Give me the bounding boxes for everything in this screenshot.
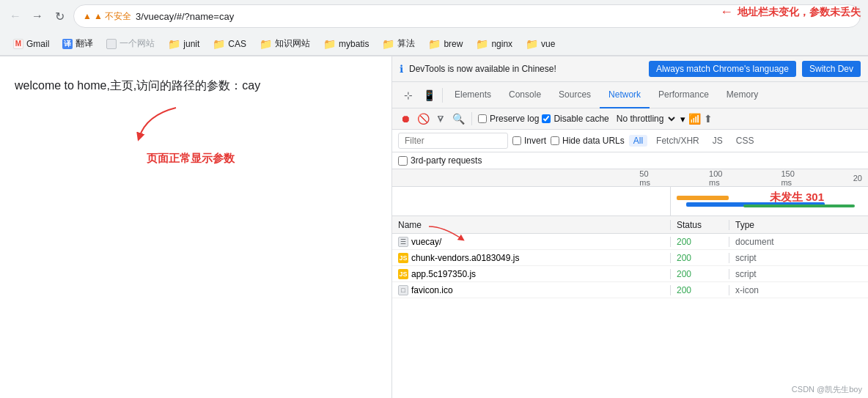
throttle-dropdown-icon: ▾ [680, 114, 685, 125]
row-status-vuecay: 200 [671, 237, 729, 247]
mobile-icon[interactable]: 📱 [422, 88, 436, 103]
row-filename-favicon: favicon.ico [411, 285, 453, 295]
filter-input[interactable] [398, 133, 508, 149]
row-status-favicon: 200 [671, 285, 729, 295]
filter-fetch-xhr-button[interactable]: Fetch/XHR [652, 135, 704, 147]
forward-button[interactable]: → [29, 8, 45, 24]
preserve-log-checkbox[interactable]: Preserve log [478, 114, 539, 124]
tab-performance[interactable]: Performance [650, 82, 718, 108]
hide-data-urls-input[interactable] [551, 136, 559, 145]
folder-icon-knowledge: 📁 [260, 38, 272, 50]
cursor-icon[interactable]: ⊹ [401, 88, 416, 103]
third-party-input[interactable] [398, 156, 408, 166]
folder-icon-cas: 📁 [213, 38, 225, 50]
bookmark-algorithm[interactable]: 📁 算法 [376, 35, 421, 52]
main-page-text: welcome to home,主页,访问的路径的参数：cay [15, 78, 377, 94]
bookmark-knowledge-label: 知识网站 [275, 37, 310, 50]
row-status-chunk: 200 [671, 253, 729, 263]
bookmark-translate-label: 翻译 [76, 37, 93, 50]
folder-icon-vue: 📁 [526, 38, 538, 50]
address-annotation: ← 地址栏未变化，参数未丢失 [720, 4, 861, 20]
filter-all-button[interactable]: All [629, 135, 647, 147]
row-type-app: script [729, 269, 868, 279]
table-header-type: Type [729, 220, 868, 230]
tab-console-label: Console [509, 89, 541, 100]
preserve-log-input[interactable] [478, 114, 487, 123]
table-row[interactable]: JS chunk-vendors.a0183049.js 200 script [392, 250, 868, 266]
bookmark-site[interactable]: 一个网站 [100, 35, 161, 52]
throttle-select[interactable]: No throttling [612, 111, 677, 126]
hide-data-urls-checkbox[interactable]: Hide data URLs [551, 136, 625, 146]
tab-console[interactable]: Console [500, 82, 550, 108]
filter-js-button[interactable]: JS [708, 135, 727, 147]
refresh-button[interactable]: ↻ [51, 8, 67, 24]
stop-button[interactable]: 🚫 [416, 111, 430, 126]
bookmark-cas[interactable]: 📁 CAS [207, 36, 252, 52]
watermark: CSDN @凯先生boy [792, 384, 862, 395]
folder-icon-junit: 📁 [168, 38, 180, 50]
bookmark-junit[interactable]: 📁 junit [162, 36, 205, 52]
security-warning: ▲ ▲ 不安全 [83, 10, 131, 23]
bookmarks-bar: M Gmail 译 翻译 一个网站 📁 junit 📁 CAS 📁 知识网站 📁… [0, 32, 868, 56]
devtools-tabs: ⊹ 📱 Elements Console Sources Network Per… [392, 82, 868, 108]
js-icon-app: JS [398, 269, 408, 279]
timeline-left [392, 187, 671, 215]
tab-memory-label: Memory [727, 89, 758, 100]
table-row[interactable]: ☰ vuecay/ 200 document [392, 234, 868, 250]
tab-memory[interactable]: Memory [718, 82, 767, 108]
third-party-bar: 3rd-party requests [392, 152, 868, 169]
bookmark-knowledge[interactable]: 📁 知识网站 [254, 35, 316, 52]
disable-cache-checkbox[interactable]: Disable cache [542, 114, 608, 124]
bookmark-vue[interactable]: 📁 vue [520, 36, 561, 52]
tab-elements-label: Elements [455, 89, 491, 100]
bookmark-vue-label: vue [541, 39, 555, 49]
ico-icon: □ [398, 285, 408, 295]
disable-cache-label: Disable cache [553, 114, 608, 124]
match-language-button[interactable]: Always match Chrome's language [649, 61, 796, 77]
tab-sources[interactable]: Sources [550, 82, 600, 108]
row-filename-chunk: chunk-vendors.a0183049.js [411, 253, 519, 263]
annotation-arrow-icon: ← [720, 4, 733, 20]
timeline-label-100: 100 ms [709, 169, 722, 187]
warning-icon: ▲ [83, 11, 92, 21]
timeline-label-150: 150 ms [781, 169, 794, 187]
infobar-text: DevTools is now available in Chinese! [409, 64, 643, 74]
record-button[interactable]: ⏺ [398, 111, 413, 126]
no-301-annotation: 未发生 301 [770, 191, 824, 204]
row-type-vuecay: document [729, 237, 868, 247]
filter-css-button[interactable]: CSS [732, 135, 759, 147]
toolbar-separator-1 [471, 112, 472, 125]
filter-bar: Invert Hide data URLs All Fetch/XHR JS C… [392, 130, 868, 152]
preserve-log-label: Preserve log [490, 114, 539, 124]
third-party-label: 3rd-party requests [411, 155, 482, 166]
bookmark-brew[interactable]: 📁 brew [422, 36, 468, 52]
bookmark-mybatis[interactable]: 📁 mybatis [317, 36, 375, 52]
bookmark-mybatis-label: mybatis [339, 39, 369, 49]
row-name-chunk-vendors: JS chunk-vendors.a0183049.js [392, 253, 671, 263]
translate-icon: 译 [62, 39, 73, 49]
devtools-infobar: ℹ DevTools is now available in Chinese! … [392, 56, 868, 82]
folder-icon-mybatis: 📁 [323, 38, 336, 50]
invert-input[interactable] [512, 136, 521, 145]
bookmark-gmail[interactable]: M Gmail [7, 37, 55, 51]
back-button[interactable]: ← [7, 8, 23, 24]
table-row[interactable]: JS app.5c197350.js 200 script [392, 266, 868, 282]
page-annotation [132, 100, 191, 147]
disable-cache-input[interactable] [542, 114, 551, 123]
third-party-checkbox[interactable]: 3rd-party requests [398, 155, 482, 166]
tab-elements[interactable]: Elements [446, 82, 500, 108]
filter-button[interactable]: ⛛ [433, 111, 448, 126]
switch-dev-button[interactable]: Switch Dev [802, 61, 861, 77]
bookmark-nginx[interactable]: 📁 nginx [470, 36, 518, 52]
row-status-app: 200 [671, 269, 729, 279]
table-row[interactable]: □ favicon.ico 200 x-icon [392, 282, 868, 298]
folder-icon-algorithm: 📁 [382, 38, 394, 50]
tab-network[interactable]: Network [600, 82, 650, 108]
bookmark-gmail-label: Gmail [26, 39, 49, 49]
info-icon: ℹ [400, 63, 403, 75]
row-name-app: JS app.5c197350.js [392, 269, 671, 279]
search-button[interactable]: 🔍 [451, 111, 466, 126]
tab-sources-label: Sources [559, 89, 591, 100]
bookmark-translate[interactable]: 译 翻译 [56, 35, 99, 52]
invert-checkbox[interactable]: Invert [512, 136, 546, 146]
